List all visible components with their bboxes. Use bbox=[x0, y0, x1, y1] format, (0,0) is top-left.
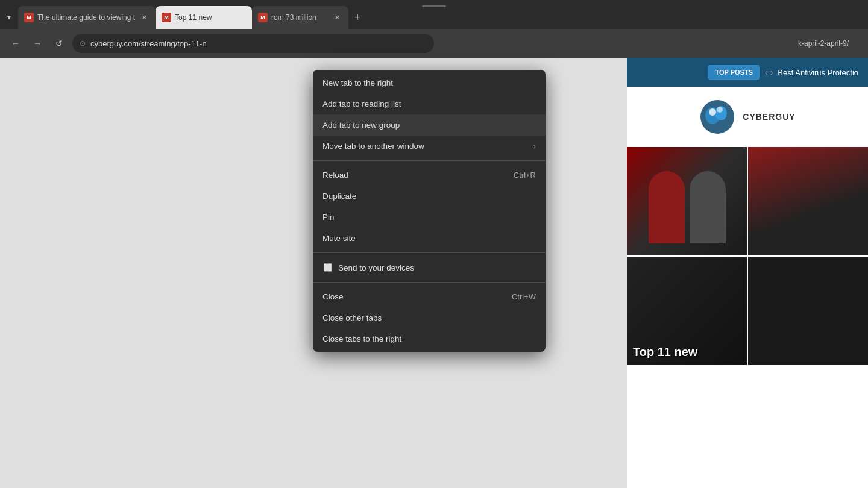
menu-item-close-right-label: Close tabs to the right bbox=[322, 334, 536, 343]
address-bar: ← → ↺ ⊙ cyberguy.com/streaming/top-11-n … bbox=[0, 29, 868, 58]
menu-item-new-tab-right[interactable]: New tab to the right bbox=[313, 72, 546, 93]
menu-divider-1 bbox=[313, 160, 546, 161]
menu-item-close-shortcut: Ctrl+W bbox=[512, 292, 536, 301]
menu-item-close-label: Close bbox=[322, 292, 506, 301]
menu-item-move-to-window[interactable]: Move tab to another window › bbox=[313, 136, 546, 157]
image-2 bbox=[748, 147, 868, 255]
minimize-indicator bbox=[422, 5, 446, 7]
menu-item-close-other-label: Close other tabs bbox=[322, 313, 536, 322]
move-to-window-chevron-icon: › bbox=[533, 142, 536, 151]
people-scene bbox=[627, 147, 747, 255]
menu-item-add-new-group-label: Add tab to new group bbox=[322, 120, 536, 130]
site-nav-label: Best Antivirus Protectio bbox=[778, 68, 858, 77]
right-url-area: k-april-2-april-9/ bbox=[439, 39, 861, 48]
logo-text: CYBERGUY bbox=[743, 112, 795, 122]
tab-1-favicon: M bbox=[24, 13, 34, 22]
person-2 bbox=[690, 171, 726, 243]
right-url-text: k-april-2-april-9/ bbox=[798, 39, 849, 48]
menu-item-new-tab-right-label: New tab to the right bbox=[322, 78, 536, 87]
tab-1[interactable]: M The ultimate guide to viewing t ✕ bbox=[18, 6, 156, 29]
right-pane: TOP POSTS ‹ › Best Antivirus Protectio C… bbox=[627, 58, 868, 488]
context-menu: New tab to the right Add tab to reading … bbox=[313, 70, 546, 352]
menu-item-close[interactable]: Close Ctrl+W bbox=[313, 286, 546, 307]
url-security-icon: ⊙ bbox=[80, 39, 86, 48]
tab-3[interactable]: M rom 73 million ✕ bbox=[252, 6, 348, 29]
tab-1-title: The ultimate guide to viewing t bbox=[37, 13, 135, 22]
tab-3-favicon: M bbox=[258, 13, 268, 22]
title-bar: ▾ M The ultimate guide to viewing t ✕ M … bbox=[0, 0, 868, 29]
menu-section-1: New tab to the right Add tab to reading … bbox=[313, 70, 546, 159]
tab-2-favicon: M bbox=[162, 13, 171, 22]
menu-divider-3 bbox=[313, 282, 546, 283]
menu-item-send-devices[interactable]: ⬜ Send to your devices bbox=[313, 257, 546, 278]
menu-item-add-reading-list[interactable]: Add tab to reading list bbox=[313, 93, 546, 114]
site-nav-prev[interactable]: ‹ bbox=[765, 67, 768, 77]
menu-section-2: Reload Ctrl+R Duplicate Pin Mute site bbox=[313, 162, 546, 251]
person-1 bbox=[649, 171, 685, 243]
menu-item-send-devices-label: Send to your devices bbox=[338, 263, 536, 272]
menu-item-mute-site[interactable]: Mute site bbox=[313, 228, 546, 249]
new-tab-button[interactable]: + bbox=[348, 8, 366, 27]
menu-item-duplicate[interactable]: Duplicate bbox=[313, 186, 546, 207]
cyberguy-logo-svg bbox=[699, 99, 735, 135]
tab-list-button[interactable]: ▾ bbox=[0, 6, 18, 29]
menu-item-close-right[interactable]: Close tabs to the right bbox=[313, 328, 546, 349]
menu-item-reload[interactable]: Reload Ctrl+R bbox=[313, 164, 546, 186]
image-grid: Top 11 new bbox=[627, 147, 868, 365]
tab-3-close[interactable]: ✕ bbox=[332, 12, 342, 23]
top-posts-button[interactable]: TOP POSTS bbox=[708, 65, 760, 80]
image-1 bbox=[627, 147, 747, 255]
menu-item-reload-shortcut: Ctrl+R bbox=[514, 170, 536, 180]
url-text: cyberguy.com/streaming/top-11-n bbox=[90, 39, 207, 48]
forward-button[interactable]: → bbox=[29, 35, 46, 52]
image-overlay-text: Top 11 new bbox=[633, 345, 697, 359]
menu-item-mute-site-label: Mute site bbox=[322, 234, 536, 243]
main-content: TOP POSTS ‹ › Best Antivirus Protectio C… bbox=[0, 58, 868, 488]
svg-point-4 bbox=[717, 107, 723, 113]
menu-item-add-reading-list-label: Add tab to reading list bbox=[322, 99, 536, 108]
window-controls bbox=[858, 0, 868, 29]
menu-item-add-new-group[interactable]: Add tab to new group bbox=[313, 114, 546, 136]
image-4 bbox=[748, 257, 868, 365]
image-3: Top 11 new bbox=[627, 257, 747, 365]
menu-section-3: ⬜ Send to your devices bbox=[313, 254, 546, 281]
tab-1-close[interactable]: ✕ bbox=[139, 12, 149, 23]
menu-item-duplicate-label: Duplicate bbox=[322, 192, 536, 201]
site-nav-next[interactable]: › bbox=[770, 67, 773, 77]
back-button[interactable]: ← bbox=[7, 35, 24, 52]
menu-divider-2 bbox=[313, 252, 546, 253]
reload-button[interactable]: ↺ bbox=[51, 35, 68, 52]
tab-2[interactable]: M Top 11 new bbox=[156, 6, 252, 29]
menu-item-close-other[interactable]: Close other tabs bbox=[313, 307, 546, 328]
site-header: TOP POSTS ‹ › Best Antivirus Protectio bbox=[627, 58, 868, 87]
menu-item-reload-label: Reload bbox=[322, 170, 508, 180]
menu-item-pin-label: Pin bbox=[322, 213, 536, 222]
url-bar[interactable]: ⊙ cyberguy.com/streaming/top-11-n bbox=[72, 34, 434, 53]
logo-area: CYBERGUY bbox=[627, 87, 868, 147]
menu-section-4: Close Ctrl+W Close other tabs Close tabs… bbox=[313, 284, 546, 352]
menu-item-pin[interactable]: Pin bbox=[313, 207, 546, 228]
menu-item-move-to-window-label: Move tab to another window bbox=[322, 142, 527, 151]
tab-2-title: Top 11 new bbox=[175, 13, 246, 22]
tab-3-title: rom 73 million bbox=[271, 13, 328, 22]
svg-point-3 bbox=[709, 108, 716, 116]
site-nav-arrows: ‹ › bbox=[765, 67, 773, 77]
send-devices-icon: ⬜ bbox=[322, 263, 332, 272]
